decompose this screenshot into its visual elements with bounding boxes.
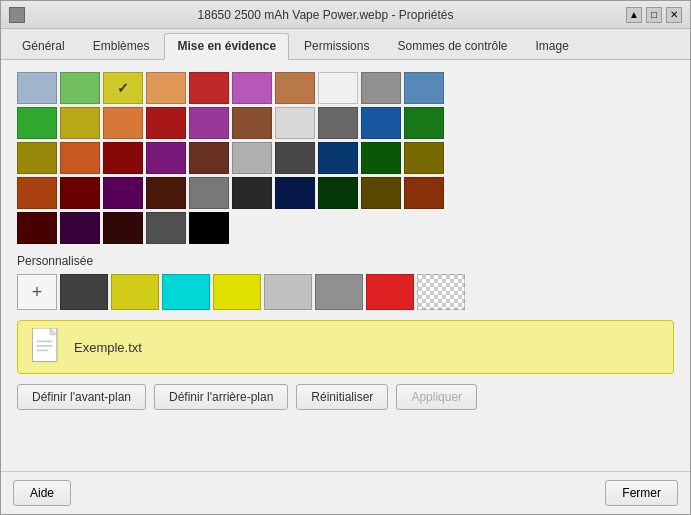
color-cell[interactable] xyxy=(232,72,272,104)
color-cell[interactable] xyxy=(275,107,315,139)
color-cell[interactable] xyxy=(361,72,401,104)
add-custom-color-button[interactable]: + xyxy=(17,274,57,310)
window-icon xyxy=(9,7,25,23)
custom-label: Personnalisée xyxy=(17,254,674,268)
custom-color-4[interactable] xyxy=(213,274,261,310)
color-cell[interactable] xyxy=(60,212,100,244)
tab-permissions[interactable]: Permissions xyxy=(291,33,382,59)
titlebar: 18650 2500 mAh Vape Power.webp - Proprié… xyxy=(1,1,690,29)
color-cell[interactable] xyxy=(17,107,57,139)
color-cell[interactable] xyxy=(404,142,444,174)
color-cell[interactable] xyxy=(60,177,100,209)
custom-color-5[interactable] xyxy=(264,274,312,310)
tab-mise-en-evidence[interactable]: Mise en évidence xyxy=(164,33,289,60)
color-cell[interactable] xyxy=(404,72,444,104)
tab-general[interactable]: Général xyxy=(9,33,78,59)
main-content: ✓ xyxy=(1,60,690,471)
main-window: 18650 2500 mAh Vape Power.webp - Proprié… xyxy=(0,0,691,515)
action-buttons: Définir l'avant-plan Définir l'arrière-p… xyxy=(17,384,674,410)
file-icon xyxy=(32,328,64,366)
color-cell[interactable] xyxy=(404,177,444,209)
color-cell[interactable] xyxy=(146,72,186,104)
color-cell[interactable] xyxy=(318,107,358,139)
window-title: 18650 2500 mAh Vape Power.webp - Proprié… xyxy=(25,8,626,22)
color-cell[interactable] xyxy=(103,142,143,174)
color-cell[interactable] xyxy=(17,142,57,174)
tab-image[interactable]: Image xyxy=(523,33,582,59)
custom-color-1[interactable] xyxy=(60,274,108,310)
color-cell[interactable] xyxy=(189,212,229,244)
color-cell[interactable] xyxy=(17,212,57,244)
color-cell[interactable] xyxy=(146,177,186,209)
color-cell[interactable] xyxy=(361,177,401,209)
color-cell[interactable] xyxy=(146,212,186,244)
close-button-footer[interactable]: Fermer xyxy=(605,480,678,506)
custom-colors-row: + xyxy=(17,274,674,310)
help-button[interactable]: Aide xyxy=(13,480,71,506)
reset-button[interactable]: Réinitialiser xyxy=(296,384,388,410)
color-cell[interactable] xyxy=(189,107,229,139)
custom-color-3[interactable] xyxy=(162,274,210,310)
titlebar-controls: ▲ □ ✕ xyxy=(626,7,682,23)
color-cell[interactable] xyxy=(103,212,143,244)
maximize-button[interactable]: □ xyxy=(646,7,662,23)
apply-button[interactable]: Appliquer xyxy=(396,384,477,410)
custom-section: Personnalisée + xyxy=(17,254,674,310)
set-foreground-button[interactable]: Définir l'avant-plan xyxy=(17,384,146,410)
color-grid: ✓ xyxy=(17,72,674,244)
custom-color-checker[interactable] xyxy=(417,274,465,310)
color-cell[interactable] xyxy=(275,142,315,174)
color-cell[interactable] xyxy=(103,107,143,139)
color-cell[interactable] xyxy=(146,142,186,174)
close-button[interactable]: ✕ xyxy=(666,7,682,23)
custom-color-6[interactable] xyxy=(315,274,363,310)
color-cell[interactable]: ✓ xyxy=(103,72,143,104)
color-cell[interactable] xyxy=(404,107,444,139)
color-cell[interactable] xyxy=(17,177,57,209)
color-cell[interactable] xyxy=(103,177,143,209)
tab-sommes[interactable]: Sommes de contrôle xyxy=(384,33,520,59)
custom-color-2[interactable] xyxy=(111,274,159,310)
color-cell[interactable] xyxy=(17,72,57,104)
color-cell[interactable] xyxy=(189,142,229,174)
color-cell[interactable] xyxy=(318,177,358,209)
set-background-button[interactable]: Définir l'arrière-plan xyxy=(154,384,288,410)
color-cell[interactable] xyxy=(318,142,358,174)
color-cell[interactable] xyxy=(232,107,272,139)
color-cell[interactable] xyxy=(275,177,315,209)
minimize-button[interactable]: ▲ xyxy=(626,7,642,23)
color-cell[interactable] xyxy=(318,72,358,104)
preview-box: Exemple.txt xyxy=(17,320,674,374)
color-cell[interactable] xyxy=(189,177,229,209)
color-cell[interactable] xyxy=(189,72,229,104)
color-cell[interactable] xyxy=(361,107,401,139)
footer: Aide Fermer xyxy=(1,471,690,514)
color-cell[interactable] xyxy=(232,177,272,209)
custom-color-7[interactable] xyxy=(366,274,414,310)
color-cell[interactable] xyxy=(60,142,100,174)
color-cell[interactable] xyxy=(60,107,100,139)
tab-bar: Général Emblèmes Mise en évidence Permis… xyxy=(1,29,690,60)
color-cell[interactable] xyxy=(232,142,272,174)
color-cell[interactable] xyxy=(146,107,186,139)
preview-filename: Exemple.txt xyxy=(74,340,142,355)
color-cell[interactable] xyxy=(361,142,401,174)
tab-emblemes[interactable]: Emblèmes xyxy=(80,33,163,59)
color-cell[interactable] xyxy=(275,72,315,104)
color-cell[interactable] xyxy=(60,72,100,104)
